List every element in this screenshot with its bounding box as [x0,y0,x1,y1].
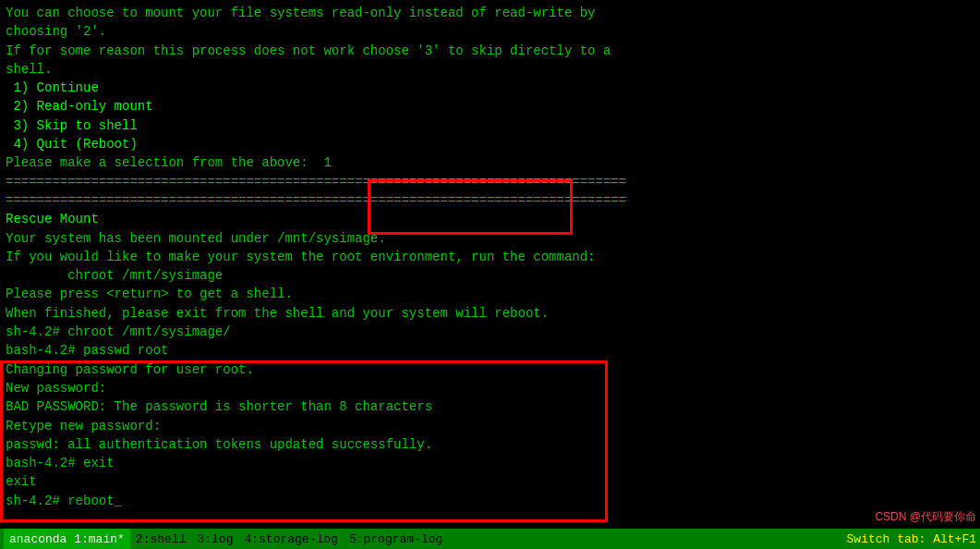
terminal-separator-2: ========================================… [6,191,974,210]
terminal-line-4: shell. [6,60,974,79]
terminal-chroot-msg: If you would like to make your system th… [6,248,974,266]
terminal-exit: exit [6,472,974,491]
terminal-rescue-mount: Rescue Mount [6,210,974,228]
terminal-changing-pwd: Changing password for user root. [6,360,974,379]
terminal-sh-chroot: sh-4.2# chroot /mnt/sysimage/ [6,323,974,341]
terminal-selection-prompt: Please make a selection from the above: … [6,153,974,172]
terminal-bash-passwd: bash-4.2# passwd root [6,341,974,360]
terminal-line-12: 4) Quit (Reboot) [6,135,974,153]
terminal-bad-pwd: BAD PASSWORD: The password is shorter th… [6,397,974,416]
terminal-chroot-cmd: chroot /mnt/sysimage [6,266,974,285]
watermark-site: CSDN [875,510,906,523]
terminal-finished-msg: When finished, please exit from the shel… [6,304,974,323]
terminal-line-2: choosing '2'. [6,22,974,41]
terminal-line-6: 1) Continue [6,79,974,97]
terminal-reboot: sh-4.2# reboot_ [6,492,974,510]
terminal-mounted-msg: Your system has been mounted under /mnt/… [6,229,974,248]
taskbar-item-main[interactable]: anaconda 1:main* [4,529,130,549]
terminal-bash-exit: bash-4.2# exit [6,454,974,472]
watermark-author: @代码要你命 [910,510,976,523]
taskbar-item-program-log[interactable]: 5:program-log [344,529,448,549]
terminal-line-1: You can choose to mount your file system… [6,4,974,22]
terminal-separator-1: ========================================… [6,173,974,191]
terminal-line-10: 3) Skip to shell [6,116,974,135]
watermark: CSDN @代码要你命 [875,509,976,525]
terminal: You can choose to mount your file system… [0,0,980,549]
terminal-line-8: 2) Read-only mount [6,97,974,116]
taskbar-item-storage-log[interactable]: 4:storage-log [238,529,343,549]
taskbar: anaconda 1:main* 2:shell 3:log 4:storage… [0,529,980,549]
taskbar-item-shell[interactable]: 2:shell [130,529,192,549]
terminal-new-pwd: New password: [6,379,974,397]
terminal-passwd-success: passwd: all authentication tokens update… [6,435,974,454]
taskbar-item-log[interactable]: 3:log [191,529,238,549]
taskbar-switch-label: Switch tab: Alt+F1 [847,532,976,546]
terminal-line-3: If for some reason this process does not… [6,42,974,60]
terminal-press-return: Please press <return> to get a shell. [6,285,974,303]
terminal-retype-pwd: Retype new password: [6,417,974,435]
